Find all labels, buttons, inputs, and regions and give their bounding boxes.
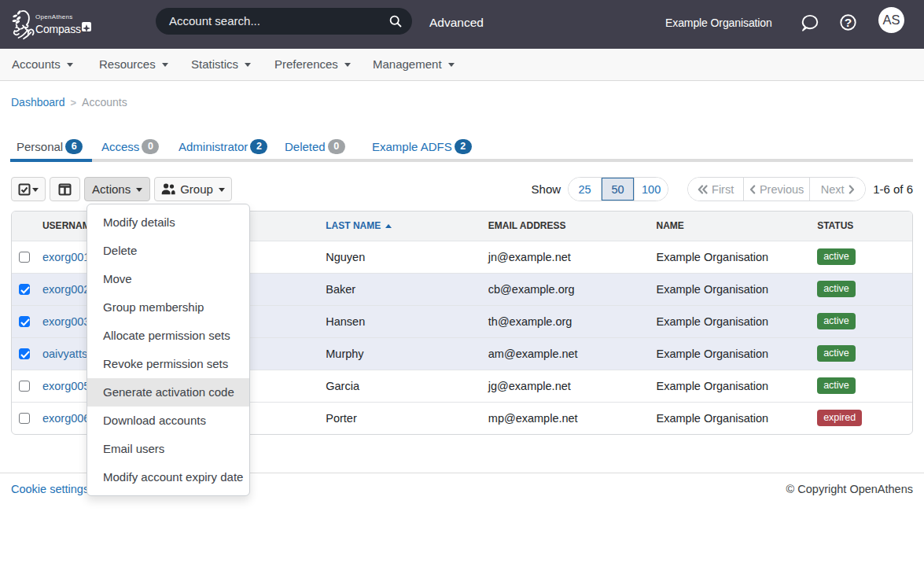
svg-text:?: ? bbox=[845, 16, 852, 29]
